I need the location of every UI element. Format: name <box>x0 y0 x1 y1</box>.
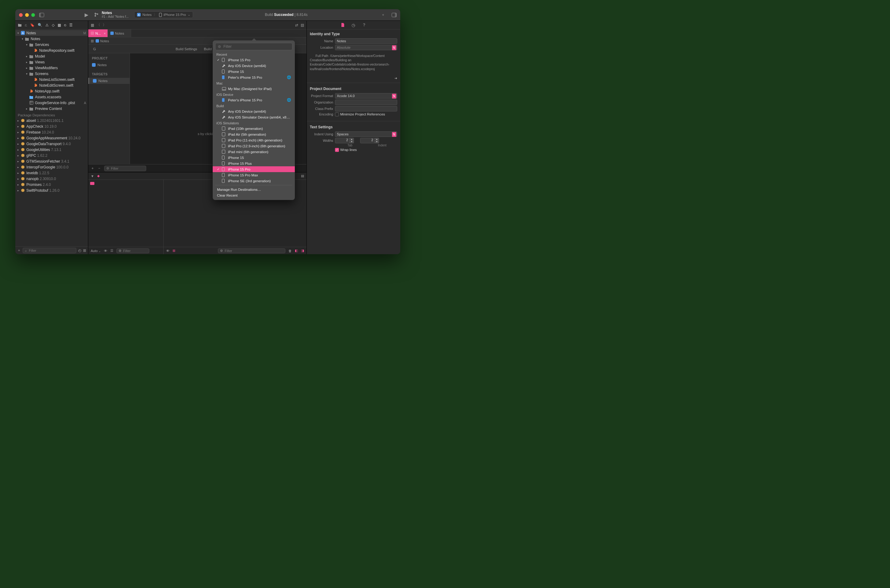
remove-target-button[interactable]: － <box>98 166 101 171</box>
add-button[interactable]: ＋ <box>380 12 386 18</box>
help-inspector-tab[interactable]: ？ <box>362 22 366 28</box>
package-row[interactable]: ▸SwiftProtobuf 1.26.0 <box>15 188 88 193</box>
file-row[interactable]: NotesListScreen.swift <box>15 76 88 82</box>
console-filter-input[interactable] <box>224 249 283 253</box>
file-tree[interactable]: ▾ A Notes M ▾Notes▾ServicesNotesReposito… <box>15 29 88 246</box>
manage-destinations[interactable]: Manage Run Destinations… <box>213 186 295 192</box>
package-row[interactable]: ▸InteropForGoogle 100.0.0 <box>15 164 88 170</box>
folder-row[interactable]: ▸Views <box>15 59 88 65</box>
clear-recent[interactable]: Clear Recent <box>213 192 295 198</box>
device-option[interactable]: Any iOS Device (arm64) <box>213 63 295 69</box>
debug-options-icon[interactable]: ▤ <box>301 174 304 178</box>
targets-filter-input[interactable] <box>110 166 144 171</box>
project-root[interactable]: ▾ A Notes M <box>15 30 88 36</box>
package-row[interactable]: ▸Promises 2.4.0 <box>15 182 88 188</box>
project-row[interactable]: Notes <box>92 62 130 68</box>
navigator-filter-input[interactable] <box>28 248 74 253</box>
clock-icon[interactable]: ◴ <box>78 248 81 253</box>
package-row[interactable]: ▸nanopb 2.30910.0 <box>15 176 88 182</box>
variables-filter-input[interactable] <box>123 249 147 253</box>
package-row[interactable]: ▸abseil 1.2024011601.1 <box>15 118 88 123</box>
navigator-filter[interactable]: ⌕ <box>23 248 76 253</box>
editor-options-icon[interactable]: ▤ <box>301 23 304 27</box>
source-control-tab[interactable]: ⎌ <box>25 23 27 27</box>
eye-icon[interactable]: 👁 <box>104 249 107 253</box>
jump-crumb[interactable]: Notes <box>96 39 109 43</box>
bookmark-tab[interactable]: 🔖 <box>30 23 35 27</box>
targets-filter[interactable]: ⊜ <box>104 166 146 171</box>
device-option[interactable]: iPad Air (5th generation) <box>213 131 295 137</box>
package-row[interactable]: ▸leveldb 1.22.5 <box>15 170 88 176</box>
back-button[interactable]: 〈 <box>96 22 100 28</box>
device-option[interactable]: iPhone 15 Pro Max <box>213 172 295 178</box>
issue-tab[interactable]: ⚠ <box>45 23 49 27</box>
class-prefix-field[interactable] <box>335 106 397 111</box>
variables-filter[interactable]: ⊜ <box>116 248 149 253</box>
device-filter-input[interactable] <box>223 44 290 49</box>
folder-row[interactable]: ▸Preview Content <box>15 106 88 111</box>
subtab-build-settings[interactable]: Build Settings <box>175 46 198 52</box>
file-row[interactable]: NotesRepository.swift <box>15 48 88 53</box>
console-eye-icon[interactable]: 👁 <box>166 249 170 253</box>
reveal-button[interactable]: ➜ <box>394 76 397 80</box>
folder-row[interactable]: ▾Services <box>15 42 88 48</box>
device-option[interactable]: iPhone 15 <box>213 154 295 160</box>
trash-icon[interactable]: 🗑 <box>289 249 292 253</box>
device-option[interactable]: ✓iPhone 15 Pro <box>213 166 295 172</box>
file-row[interactable]: Assets.xcassets <box>15 94 88 100</box>
debug-hide-icon[interactable]: ▼ <box>91 174 94 178</box>
device-option[interactable]: ✓iPhone 15 Pro <box>213 57 295 63</box>
scheme-selector[interactable]: A Notes 〉 iPhone 15 Pro ⌄ <box>134 11 193 18</box>
package-row[interactable]: ▸AppCheck 10.19.0 <box>15 123 88 129</box>
file-row[interactable]: GoogleService-Info .plistA <box>15 100 88 106</box>
pane-left-icon[interactable]: ◧ <box>295 249 298 253</box>
package-row[interactable]: ▸GoogleAppMeasurement 10.24.0 <box>15 135 88 141</box>
add-target-button[interactable]: ＋ <box>91 166 95 171</box>
minimize-refs-checkbox[interactable] <box>335 112 339 116</box>
forward-button[interactable]: 〉 <box>103 22 106 28</box>
project-format-select[interactable]: Xcode 14.0 ⇅ <box>335 93 397 99</box>
sidebar-left-icon[interactable] <box>39 12 44 18</box>
close-window[interactable] <box>19 13 23 17</box>
add-file-button[interactable]: ＋ <box>17 248 21 253</box>
file-row[interactable]: NotesApp.swift <box>15 88 88 94</box>
device-option[interactable]: Peter's iPhone 15 Pro🌐 <box>213 97 295 103</box>
related-items-icon[interactable]: ▦ <box>91 23 94 27</box>
device-option[interactable]: Any iOS Device (arm64) <box>213 108 295 114</box>
breakpoint-tab[interactable]: ⎋ <box>64 23 66 27</box>
folder-row[interactable]: ▾Notes <box>15 36 88 42</box>
folder-row[interactable]: ▾Screens <box>15 71 88 76</box>
compare-icon[interactable]: ⇄ <box>295 23 298 27</box>
organization-field[interactable] <box>335 99 397 105</box>
file-inspector-tab[interactable] <box>341 22 345 27</box>
find-tab[interactable]: 🔍 <box>38 23 42 27</box>
subtab-general[interactable]: G <box>93 46 96 52</box>
device-option[interactable]: iPhone 15 <box>213 69 295 74</box>
scm-icon[interactable]: ⊞ <box>83 248 86 253</box>
console-filter[interactable]: ⊜ <box>218 248 285 253</box>
stack-icon[interactable]: ☰ <box>110 249 113 253</box>
package-row[interactable]: ▸gRPC 1.62.2 <box>15 153 88 158</box>
folder-row[interactable]: ▸Model <box>15 53 88 59</box>
editor-tab-notes[interactable]: Notes <box>108 29 131 37</box>
tab-width-stepper[interactable]: 2 ▲▼ <box>335 138 354 143</box>
pane-right-icon[interactable]: ◨ <box>301 249 304 253</box>
report-tab[interactable]: ☰ <box>69 23 73 27</box>
sidebar-toggle-icon[interactable]: ▥ <box>91 39 94 43</box>
device-option[interactable]: Peter's iPhone 15 Pro🌐 <box>213 74 295 80</box>
location-select[interactable]: Absolute ⇅ <box>335 45 397 50</box>
breakpoints-icon[interactable]: ◆ <box>97 174 99 178</box>
wrap-lines-checkbox[interactable]: ✓ <box>335 148 339 152</box>
device-option[interactable]: iPad (10th generation) <box>213 126 295 131</box>
device-option[interactable]: Any iOS Simulator Device (arm64, x86_64) <box>213 114 295 120</box>
device-filter[interactable]: ⊜ <box>215 43 292 50</box>
sidebar-right-icon[interactable] <box>392 12 397 18</box>
device-option[interactable]: iPad mini (6th generation) <box>213 149 295 154</box>
run-button[interactable]: ▶ <box>84 12 88 18</box>
zoom-window[interactable] <box>31 13 35 17</box>
name-field[interactable]: Notes <box>335 38 397 44</box>
device-option[interactable]: iPad Pro (12.9-inch) (6th generation) <box>213 143 295 149</box>
device-option[interactable]: My Mac (Designed for iPad) <box>213 86 295 92</box>
file-row[interactable]: NoteEditScreen.swift <box>15 82 88 88</box>
package-row[interactable]: ▸Firebase 10.24.0 <box>15 129 88 135</box>
